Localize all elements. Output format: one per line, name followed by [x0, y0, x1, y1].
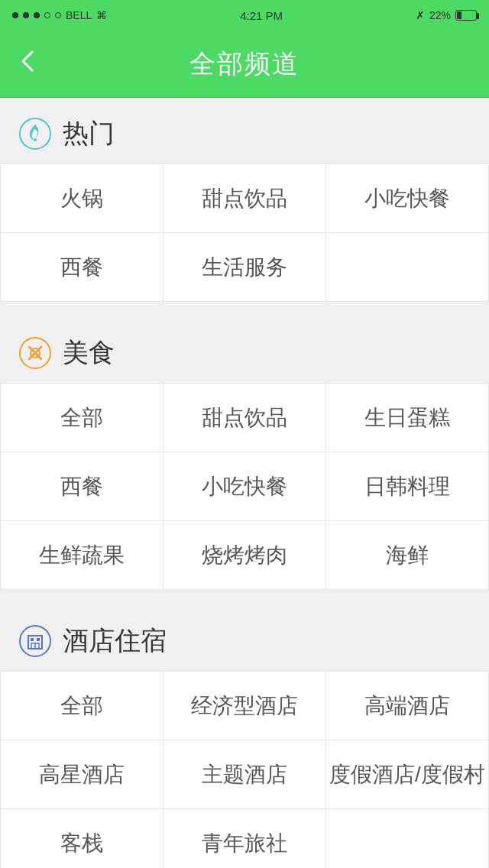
grid-item-甜点饮品[interactable]: 甜点饮品 — [164, 164, 326, 233]
grid-item-生鲜蔬果[interactable]: 生鲜蔬果 — [1, 521, 164, 590]
grid-item-度假酒店/度假村[interactable]: 度假酒店/度假村 — [326, 740, 489, 809]
section-grid-food: 全部甜点饮品生日蛋糕西餐小吃快餐日韩料理生鲜蔬果烧烤烤肉海鲜 — [0, 383, 489, 590]
signal-dot-3 — [34, 12, 40, 18]
nav-bar: 全部频道 — [0, 31, 489, 98]
battery-label: 22% — [429, 9, 451, 21]
food-icon — [18, 336, 52, 370]
svg-rect-8 — [31, 638, 34, 641]
svg-point-0 — [20, 118, 50, 149]
grid-item-全部[interactable]: 全部 — [1, 672, 164, 740]
grid-item-小吃快餐[interactable]: 小吃快餐 — [164, 452, 326, 521]
grid-item-生日蛋糕[interactable]: 生日蛋糕 — [326, 384, 489, 452]
section-hotel: 酒店住宿全部经济型酒店高端酒店高星酒店主题酒店度假酒店/度假村客栈青年旅社 — [0, 605, 489, 868]
hotel-icon — [18, 624, 52, 658]
content: 热门火锅甜点饮品小吃快餐西餐生活服务 美食全部甜点饮品生日蛋糕西餐小吃快餐日韩料… — [0, 98, 489, 868]
status-left: BELL ⌘ — [12, 9, 107, 21]
grid-item-西餐[interactable]: 西餐 — [1, 452, 164, 521]
status-bar: BELL ⌘ 4:21 PM ✗ 22% — [0, 0, 489, 31]
grid-item-主题酒店[interactable]: 主题酒店 — [164, 740, 326, 809]
section-food: 美食全部甜点饮品生日蛋糕西餐小吃快餐日韩料理生鲜蔬果烧烤烤肉海鲜 — [0, 317, 489, 590]
status-right: ✗ 22% — [416, 9, 477, 21]
signal-dot-4 — [44, 12, 50, 18]
carrier-label: BELL — [66, 9, 92, 21]
grid-item-海鲜[interactable]: 海鲜 — [326, 521, 489, 590]
battery-icon — [455, 10, 477, 21]
grid-item-生活服务[interactable]: 生活服务 — [164, 233, 326, 302]
svg-point-1 — [34, 138, 37, 141]
grid-item-客栈[interactable]: 客栈 — [1, 809, 164, 868]
grid-item-火锅[interactable]: 火锅 — [1, 164, 164, 233]
section-title-food: 美食 — [63, 335, 115, 371]
grid-item-甜点饮品[interactable]: 甜点饮品 — [164, 384, 326, 452]
grid-item-empty — [326, 233, 489, 302]
signal-dot-1 — [12, 12, 18, 18]
page-title: 全部频道 — [189, 47, 300, 82]
svg-point-6 — [20, 626, 50, 656]
status-time: 4:21 PM — [240, 9, 283, 22]
section-grid-hot: 火锅甜点饮品小吃快餐西餐生活服务 — [0, 164, 489, 302]
grid-item-青年旅社[interactable]: 青年旅社 — [164, 809, 326, 868]
signal-dot-5 — [55, 12, 61, 18]
section-header-food: 美食 — [0, 335, 489, 383]
grid-item-高端酒店[interactable]: 高端酒店 — [326, 672, 489, 740]
signal-dot-2 — [23, 12, 29, 18]
grid-item-小吃快餐[interactable]: 小吃快餐 — [326, 164, 489, 233]
section-grid-hotel: 全部经济型酒店高端酒店高星酒店主题酒店度假酒店/度假村客栈青年旅社 — [0, 671, 489, 868]
grid-item-日韩料理[interactable]: 日韩料理 — [326, 452, 489, 521]
section-divider — [0, 302, 489, 317]
section-divider — [0, 590, 489, 605]
section-header-hotel: 酒店住宿 — [0, 623, 489, 671]
section-header-hot: 热门 — [0, 116, 489, 164]
grid-item-全部[interactable]: 全部 — [1, 384, 164, 452]
section-title-hot: 热门 — [63, 116, 115, 151]
grid-item-西餐[interactable]: 西餐 — [1, 233, 164, 302]
hot-icon — [18, 117, 52, 151]
svg-rect-9 — [37, 638, 40, 641]
grid-item-empty — [326, 809, 489, 868]
section-title-hotel: 酒店住宿 — [63, 623, 167, 659]
grid-item-经济型酒店[interactable]: 经济型酒店 — [164, 672, 326, 740]
bluetooth-icon: ✗ — [416, 9, 425, 21]
wifi-icon: ⌘ — [96, 9, 107, 21]
section-hot: 热门火锅甜点饮品小吃快餐西餐生活服务 — [0, 98, 489, 302]
back-button[interactable] — [18, 46, 37, 83]
grid-item-烧烤烤肉[interactable]: 烧烤烤肉 — [164, 521, 326, 590]
grid-item-高星酒店[interactable]: 高星酒店 — [1, 740, 164, 809]
